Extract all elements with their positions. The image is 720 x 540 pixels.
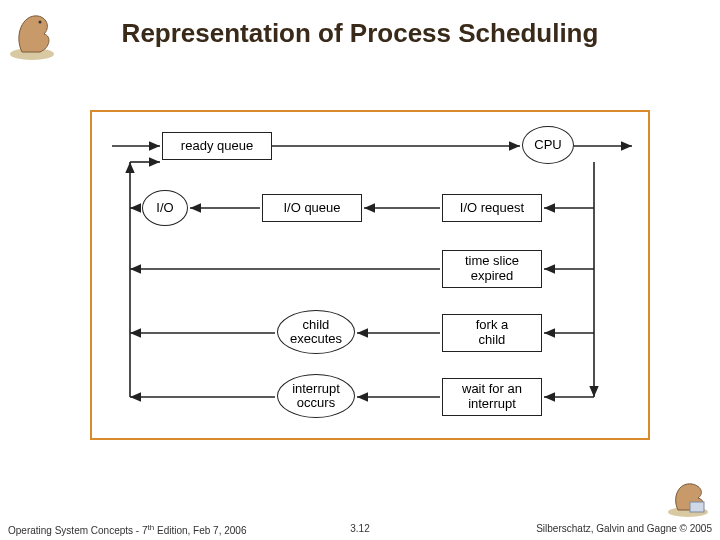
node-io-request: I/O request [442,194,542,222]
diagram-arrows [92,112,648,438]
slide-title: Representation of Process Scheduling [0,18,720,49]
footer-right: Silberschatz, Galvin and Gagne © 2005 [536,523,712,536]
node-cpu: CPU [522,126,574,164]
node-io-queue: I/O queue [262,194,362,222]
svg-rect-21 [690,502,704,512]
footer-page-number: 3.12 [350,523,369,534]
dinosaur-footer-icon [664,476,712,518]
footer-left: Operating System Concepts - 7th Edition,… [8,523,246,536]
node-ready-queue: ready queue [162,132,272,160]
node-wait-for-interrupt: wait for an interrupt [442,378,542,416]
node-child-executes: child executes [277,310,355,354]
node-time-slice-expired: time slice expired [442,250,542,288]
node-io: I/O [142,190,188,226]
scheduling-diagram: ready queue CPU I/O I/O queue I/O reques… [90,110,650,440]
node-interrupt-occurs: interrupt occurs [277,374,355,418]
node-fork-a-child: fork a child [442,314,542,352]
slide-footer: Operating System Concepts - 7th Edition,… [0,523,720,536]
